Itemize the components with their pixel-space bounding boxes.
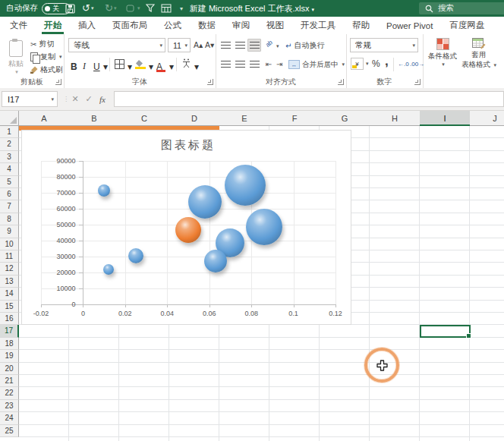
align-center-button[interactable] bbox=[233, 58, 247, 71]
fill-color-button[interactable] bbox=[135, 58, 146, 69]
row-header-14[interactable]: 14 bbox=[0, 288, 19, 300]
cancel-button[interactable]: ✕ bbox=[68, 91, 82, 107]
align-middle-button[interactable] bbox=[233, 39, 247, 52]
row-header-17[interactable]: 17 bbox=[0, 325, 19, 337]
bubble-series-blue[interactable] bbox=[128, 248, 143, 263]
decrease-indent-button[interactable]: ⇤ bbox=[266, 60, 272, 68]
percent-style-button[interactable]: % bbox=[372, 58, 380, 69]
merge-center-button[interactable]: ↔ 合并后居中 ▾ bbox=[288, 59, 345, 70]
font-name-select[interactable]: 等线 ▾ bbox=[68, 38, 165, 52]
row-header-11[interactable]: 11 bbox=[0, 250, 19, 263]
format-painter-button[interactable]: 格式刷 bbox=[30, 65, 63, 75]
bubble-series-blue[interactable] bbox=[103, 264, 114, 275]
accounting-format-button[interactable]: ¥ ▾ bbox=[351, 58, 369, 69]
row-header-21[interactable]: 21 bbox=[0, 375, 19, 387]
row-header-23[interactable]: 23 bbox=[0, 400, 19, 412]
column-header-F[interactable]: F bbox=[269, 111, 320, 126]
conditional-formatting-button[interactable]: 条件格式 ▾ bbox=[423, 38, 462, 68]
column-header-I[interactable]: I bbox=[420, 111, 471, 126]
underline-button[interactable]: U bbox=[93, 57, 100, 72]
row-header-15[interactable]: 15 bbox=[0, 301, 19, 313]
format-as-table-button[interactable]: 套用 表格格式 ▾ bbox=[459, 38, 499, 70]
row-header-8[interactable]: 8 bbox=[0, 213, 19, 225]
borders-button[interactable] bbox=[115, 59, 124, 69]
align-right-button[interactable] bbox=[247, 58, 261, 71]
tab-页面布局[interactable]: 页面布局 bbox=[104, 17, 156, 34]
shrink-font-button[interactable]: A▾ bbox=[205, 40, 214, 49]
tab-Power Pivot[interactable]: Power Pivot bbox=[378, 17, 441, 34]
row-header-7[interactable]: 7 bbox=[0, 200, 19, 213]
font-size-select[interactable]: 11 ▾ bbox=[168, 38, 191, 52]
redo-button[interactable]: ↻ ▾ bbox=[105, 0, 116, 17]
name-box[interactable]: I17 ▾ bbox=[2, 91, 58, 107]
filter-button[interactable] bbox=[146, 0, 155, 17]
column-header-A[interactable]: A bbox=[19, 111, 70, 126]
row-header-18[interactable]: 18 bbox=[0, 338, 19, 350]
row-header-19[interactable]: 19 bbox=[0, 350, 19, 362]
undo-button[interactable]: ↺ ▾ bbox=[82, 0, 93, 17]
italic-button[interactable]: I bbox=[83, 57, 86, 72]
row-header-6[interactable]: 6 bbox=[0, 188, 19, 200]
row-header-10[interactable]: 10 bbox=[0, 238, 19, 250]
row-header-24[interactable]: 24 bbox=[0, 412, 19, 424]
phonetic-guide-button[interactable] bbox=[181, 58, 191, 71]
font-color-button[interactable]: A bbox=[156, 57, 165, 72]
row-header-9[interactable]: 9 bbox=[0, 225, 19, 238]
save-button[interactable] bbox=[65, 0, 75, 17]
select-all-corner[interactable] bbox=[0, 111, 19, 126]
tab-数据[interactable]: 数据 bbox=[190, 17, 224, 34]
tab-开发工具[interactable]: 开发工具 bbox=[292, 17, 344, 34]
chart-title[interactable]: 图表标题 bbox=[41, 138, 335, 153]
row-header-1[interactable]: 1 bbox=[0, 126, 19, 138]
chevron-down-icon[interactable]: ▾ bbox=[169, 57, 174, 72]
table-button[interactable] bbox=[161, 0, 172, 17]
tab-审阅[interactable]: 审阅 bbox=[224, 17, 258, 34]
fill-handle[interactable] bbox=[466, 333, 471, 339]
selected-cell-I17[interactable] bbox=[420, 325, 471, 338]
search-input[interactable]: 搜索 bbox=[419, 2, 504, 14]
tab-帮助[interactable]: 帮助 bbox=[344, 17, 378, 34]
row-header-22[interactable]: 22 bbox=[0, 387, 19, 399]
dialog-launcher-icon[interactable] bbox=[55, 79, 61, 85]
column-header-C[interactable]: C bbox=[119, 111, 170, 126]
comma-style-button[interactable]: , bbox=[385, 54, 389, 69]
orientation-button[interactable]: ab bbox=[264, 39, 274, 49]
cut-button[interactable]: ✂ 剪切 bbox=[30, 39, 54, 49]
increase-indent-button[interactable]: ⇥ bbox=[276, 60, 282, 68]
grow-font-button[interactable]: A▴ bbox=[194, 40, 203, 49]
row-header-2[interactable]: 2 bbox=[0, 138, 19, 150]
bubble-series-blue[interactable] bbox=[246, 209, 282, 245]
align-top-button[interactable] bbox=[219, 39, 232, 52]
formula-input[interactable] bbox=[114, 91, 504, 107]
quick-access-more-button[interactable]: ▾ bbox=[179, 0, 183, 17]
column-header-G[interactable]: G bbox=[320, 111, 370, 126]
row-header-16[interactable]: 16 bbox=[0, 313, 19, 325]
touch-mode-button[interactable]: ▾ bbox=[126, 0, 140, 17]
dialog-launcher-icon[interactable] bbox=[414, 79, 421, 85]
tab-插入[interactable]: 插入 bbox=[70, 17, 104, 34]
column-header-H[interactable]: H bbox=[370, 111, 421, 126]
column-header-E[interactable]: E bbox=[219, 111, 270, 126]
row-header-3[interactable]: 3 bbox=[0, 151, 19, 163]
wrap-text-button[interactable]: ↵ 自动换行 bbox=[285, 40, 324, 51]
row-header-5[interactable]: 5 bbox=[0, 176, 19, 188]
insert-function-button[interactable]: fx bbox=[96, 91, 109, 107]
autosave-toggle[interactable]: 自动保存 关 bbox=[6, 0, 71, 17]
bubble-chart[interactable]: 图表标题 -0.0200.020.040.060.080.10.12010000… bbox=[21, 130, 351, 325]
chevron-down-icon[interactable]: ▾ bbox=[103, 57, 108, 72]
row-header-13[interactable]: 13 bbox=[0, 276, 19, 288]
align-left-button[interactable] bbox=[219, 58, 232, 71]
chevron-down-icon[interactable]: ▾ bbox=[149, 57, 153, 72]
tab-公式[interactable]: 公式 bbox=[156, 17, 190, 34]
bubble-series-blue[interactable] bbox=[188, 185, 222, 219]
dialog-launcher-icon[interactable] bbox=[207, 79, 213, 85]
chevron-down-icon[interactable]: ▾ bbox=[128, 57, 132, 72]
row-header-4[interactable]: 4 bbox=[0, 163, 19, 175]
tab-文件[interactable]: 文件 bbox=[2, 17, 36, 34]
copy-button[interactable]: 复制 ▾ bbox=[30, 52, 62, 62]
column-header-D[interactable]: D bbox=[169, 111, 220, 126]
chevron-down-icon[interactable]: ▾ bbox=[276, 43, 279, 49]
column-header-J[interactable]: J bbox=[470, 111, 504, 126]
bubble-series-blue[interactable] bbox=[98, 184, 110, 197]
bubble-series-orange[interactable] bbox=[175, 217, 201, 243]
